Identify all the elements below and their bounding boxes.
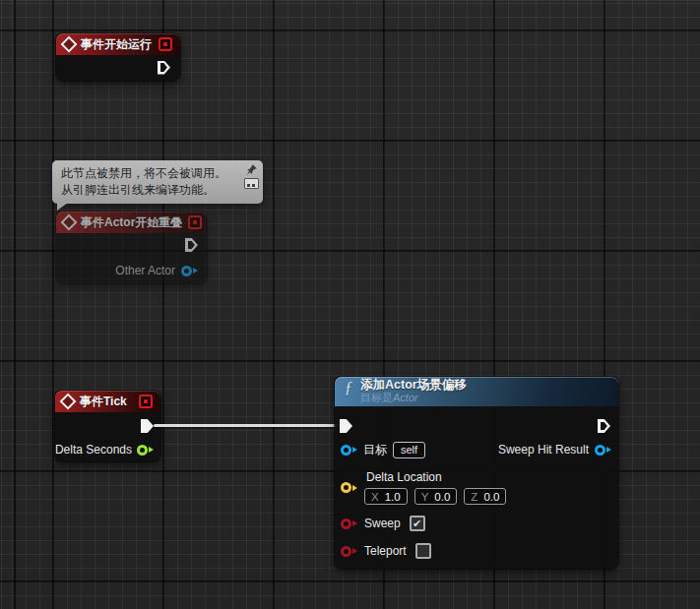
pushpin-icon[interactable] [245,163,258,176]
node-title: 事件Actor开始重叠 [81,214,182,231]
exec-wire[interactable] [154,424,342,427]
node-event-begin-play[interactable]: 事件开始运行 [56,33,180,81]
node-header: 事件Tick [55,391,160,412]
red-badge-icon [139,395,153,408]
other-actor-output-pin[interactable] [181,266,198,276]
node-add-actor-world-offset[interactable]: ƒ 添加Actor场景偏移 目标是Actor 目标 self Sweep Hit… [335,377,618,569]
node-event-tick[interactable]: 事件Tick Delta Seconds [55,391,160,461]
node-title: 事件开始运行 [81,36,152,53]
node-event-actor-begin-overlap-disabled[interactable]: 事件Actor开始重叠 Other Actor [56,212,207,283]
target-self-value[interactable]: self [393,442,425,458]
node-header: ƒ 添加Actor场景偏移 目标是Actor [335,377,618,406]
other-actor-pin-label: Other Actor [115,264,175,277]
node-header: 事件开始运行 [56,33,180,55]
tooltip-line-1: 此节点被禁用，将不会被调用。 [61,165,237,182]
node-header: 事件Actor开始重叠 [56,212,207,233]
delta-location-pin-label: Delta Location [366,470,506,484]
exec-output-pin-connected[interactable] [141,419,154,433]
tooltip-line-2: 从引脚连出引线来编译功能。 [61,182,237,199]
teleport-input-pin[interactable] [341,546,357,557]
exec-input-pin-connected[interactable] [340,419,352,433]
target-pin-label: 目标 [363,442,387,458]
exec-output-pin[interactable] [598,419,610,433]
sweep-hit-result-output-pin[interactable] [595,445,611,456]
node-title: 添加Actor场景偏移 [360,379,467,393]
event-diamond-icon [61,36,78,53]
blueprint-graph-canvas[interactable]: 事件开始运行 此节点被禁用，将不会被调用。 从引脚连出引线来编译功能。 事件Ac… [0,0,700,609]
delta-location-input-pin[interactable] [341,482,357,493]
sweep-checkbox-checked[interactable]: ✔ [410,516,425,531]
exec-output-pin[interactable] [158,61,170,75]
delta-location-y-field[interactable]: Y 0.0 [414,488,458,505]
red-badge-icon [159,37,172,51]
sweep-input-pin[interactable] [341,518,357,529]
disabled-node-tooltip: 此节点被禁用，将不会被调用。 从引脚连出引线来编译功能。 [52,160,263,204]
teleport-checkbox-unchecked[interactable] [415,543,431,559]
delta-seconds-pin-label: Delta Seconds [55,443,132,457]
sweep-hit-result-pin-label: Sweep Hit Result [498,443,589,457]
delta-location-x-field[interactable]: X 1.0 [364,488,408,505]
red-badge-icon [188,215,202,229]
delta-seconds-output-pin[interactable] [137,445,154,456]
event-diamond-icon [60,394,77,410]
exec-output-pin[interactable] [185,238,198,252]
delta-location-z-field[interactable]: Z 0.0 [464,488,506,505]
teleport-pin-label: Teleport [364,544,407,558]
node-subtitle: 目标是Actor [360,392,467,403]
node-title: 事件Tick [80,394,127,410]
event-diamond-icon [61,214,78,231]
sweep-pin-label: Sweep [364,517,401,530]
target-input-pin[interactable] [341,445,357,456]
node-thumbnail-icon [244,178,259,189]
function-icon: ƒ [345,379,352,396]
